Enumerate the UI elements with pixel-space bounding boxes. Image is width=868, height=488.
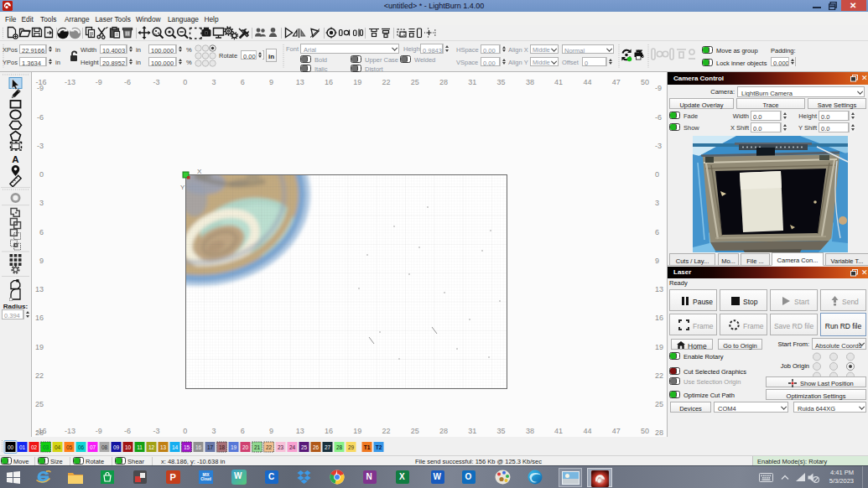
svg-text:02: 02 [31, 444, 38, 450]
svg-text:28: 28 [439, 427, 448, 435]
svg-text:3: 3 [39, 199, 44, 207]
svg-text:01: 01 [19, 444, 26, 450]
svg-text:-6: -6 [124, 427, 131, 435]
svg-text:25: 25 [35, 400, 44, 408]
svg-text:6: 6 [241, 427, 245, 435]
svg-text:20: 20 [242, 444, 249, 450]
svg-text:25: 25 [411, 78, 419, 86]
svg-text:-6: -6 [124, 78, 131, 86]
svg-text:13: 13 [296, 78, 304, 86]
svg-text:28: 28 [439, 78, 448, 86]
svg-text:03: 03 [43, 444, 49, 450]
svg-text:13: 13 [35, 285, 44, 293]
svg-text:35: 35 [497, 427, 506, 435]
svg-text:22: 22 [382, 78, 390, 86]
svg-text:Y: Y [180, 184, 185, 191]
svg-text:0: 0 [655, 170, 659, 179]
svg-text:31: 31 [468, 427, 476, 435]
svg-text:41: 41 [554, 427, 563, 435]
svg-text:16: 16 [325, 78, 333, 86]
svg-text:-9: -9 [655, 84, 662, 92]
svg-text:16: 16 [195, 444, 202, 450]
svg-text:6: 6 [241, 78, 245, 86]
svg-text:6: 6 [39, 228, 44, 236]
svg-text:24: 24 [289, 444, 296, 450]
svg-text:19: 19 [35, 343, 44, 351]
svg-text:19: 19 [353, 427, 361, 435]
svg-text:0: 0 [183, 78, 187, 86]
svg-text:44: 44 [583, 427, 591, 435]
svg-text:-6: -6 [655, 113, 662, 122]
svg-text:-6: -6 [37, 113, 44, 122]
svg-text:50: 50 [641, 427, 649, 435]
svg-text:00: 00 [8, 444, 14, 450]
svg-text:28: 28 [35, 428, 44, 437]
svg-text:09: 09 [113, 444, 120, 450]
svg-text:-3: -3 [153, 78, 159, 86]
svg-text:08: 08 [101, 444, 108, 450]
svg-text:3: 3 [655, 199, 659, 207]
svg-text:9: 9 [269, 427, 273, 435]
svg-text:-9: -9 [37, 84, 44, 92]
svg-text:05: 05 [66, 444, 73, 450]
svg-text:04: 04 [55, 444, 61, 450]
svg-text:0: 0 [39, 170, 44, 179]
svg-text:0: 0 [183, 427, 187, 435]
svg-text:41: 41 [554, 78, 563, 86]
svg-text:44: 44 [583, 78, 591, 86]
svg-text:13: 13 [296, 427, 304, 435]
svg-text:47: 47 [612, 78, 621, 86]
svg-text:35: 35 [497, 78, 506, 86]
svg-text:26: 26 [313, 444, 320, 450]
svg-text:9: 9 [269, 78, 273, 86]
svg-text:27: 27 [325, 444, 331, 450]
svg-text:11: 11 [137, 444, 143, 450]
svg-text:06: 06 [78, 444, 85, 450]
svg-text:07: 07 [90, 444, 96, 450]
svg-text:31: 31 [468, 78, 476, 86]
svg-text:25: 25 [301, 444, 308, 450]
svg-text:T1: T1 [364, 444, 371, 450]
svg-text:19: 19 [655, 343, 663, 351]
svg-text:3: 3 [211, 78, 216, 86]
svg-text:-3: -3 [655, 142, 662, 150]
svg-text:-3: -3 [153, 427, 159, 435]
svg-text:50: 50 [641, 78, 649, 86]
svg-text:X: X [197, 168, 202, 175]
svg-text:22: 22 [266, 444, 273, 450]
svg-text:-3: -3 [37, 142, 44, 150]
svg-text:22: 22 [382, 427, 390, 435]
svg-text:21: 21 [254, 444, 261, 450]
svg-text:-13: -13 [65, 427, 75, 435]
svg-text:25: 25 [655, 400, 663, 408]
svg-text:22: 22 [655, 371, 663, 380]
svg-text:T2: T2 [376, 444, 382, 450]
svg-text:29: 29 [348, 444, 355, 450]
svg-text:38: 38 [526, 427, 534, 435]
svg-text:-9: -9 [96, 427, 102, 435]
svg-text:16: 16 [655, 314, 663, 322]
svg-text:9: 9 [39, 257, 44, 265]
svg-text:A: A [12, 154, 18, 164]
svg-text:13: 13 [655, 285, 663, 293]
svg-text:22: 22 [35, 371, 44, 380]
svg-text:6: 6 [655, 228, 659, 236]
svg-text:17: 17 [207, 444, 214, 450]
svg-text:Cloud: Cloud [200, 477, 211, 481]
svg-text:9: 9 [655, 257, 659, 265]
svg-text:18: 18 [219, 444, 226, 450]
svg-text:10: 10 [125, 444, 132, 450]
svg-text:16: 16 [35, 314, 44, 322]
svg-text:19: 19 [231, 444, 237, 450]
svg-text:13: 13 [160, 444, 167, 450]
svg-text:-13: -13 [65, 78, 75, 86]
svg-text:3: 3 [211, 427, 216, 435]
svg-text:12: 12 [148, 444, 155, 450]
svg-text:28: 28 [655, 428, 663, 437]
svg-text:47: 47 [612, 427, 621, 435]
svg-text:38: 38 [526, 78, 534, 86]
svg-text:14: 14 [172, 444, 179, 450]
svg-text:23: 23 [278, 444, 284, 450]
svg-text:16: 16 [325, 427, 333, 435]
svg-text:25: 25 [411, 427, 419, 435]
